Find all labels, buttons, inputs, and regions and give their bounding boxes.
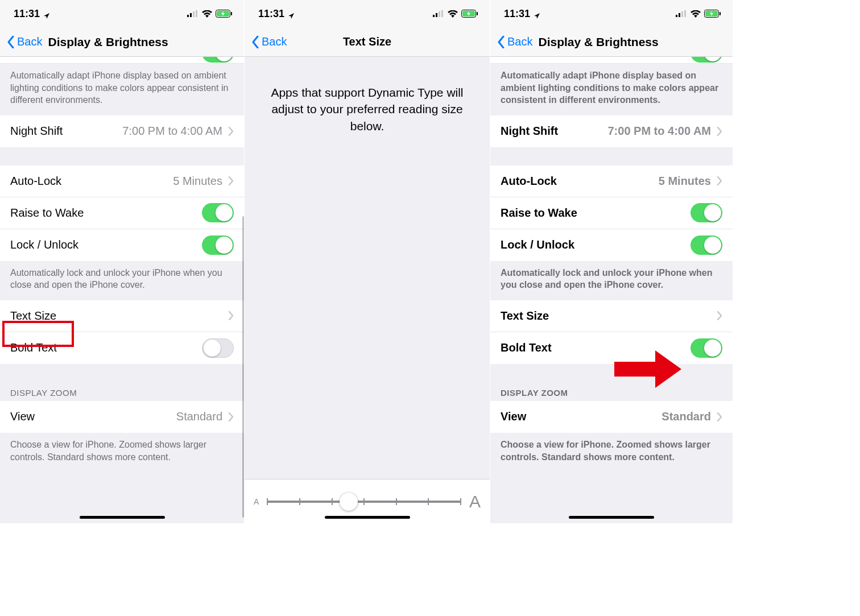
wifi-icon bbox=[691, 10, 701, 18]
true-tone-toggle[interactable] bbox=[202, 57, 234, 63]
page-title: Text Size bbox=[343, 35, 391, 48]
page-title: Display & Brightness bbox=[538, 35, 658, 49]
svg-rect-9 bbox=[439, 11, 440, 17]
bold-text-toggle[interactable] bbox=[691, 338, 722, 358]
status-bar: 11:31 bbox=[490, 0, 733, 27]
large-a-icon: A bbox=[469, 492, 481, 511]
chevron-right-icon bbox=[717, 311, 722, 320]
text-size-row[interactable]: Text Size bbox=[0, 300, 244, 332]
raise-to-wake-toggle[interactable] bbox=[691, 203, 722, 222]
screenshot-pane-3: 11:31 Back Display & Brightness bbox=[490, 0, 733, 523]
text-size-label: Text Size bbox=[501, 309, 549, 323]
back-label: Back bbox=[262, 35, 287, 48]
lock-unlock-toggle[interactable] bbox=[202, 235, 234, 255]
back-label: Back bbox=[17, 35, 42, 48]
bold-text-row: Bold Text bbox=[490, 332, 733, 364]
view-row[interactable]: View Standard bbox=[0, 401, 244, 433]
home-indicator[interactable] bbox=[80, 516, 165, 519]
svg-rect-14 bbox=[676, 15, 677, 17]
true-tone-footer: Automatically adapt iPhone display based… bbox=[490, 64, 733, 115]
display-zoom-header: DISPLAY ZOOM bbox=[490, 382, 733, 401]
back-label: Back bbox=[507, 35, 532, 48]
back-button[interactable]: Back bbox=[497, 35, 532, 48]
svg-rect-7 bbox=[433, 15, 435, 17]
view-row[interactable]: View Standard bbox=[490, 401, 733, 433]
home-indicator[interactable] bbox=[325, 516, 410, 519]
auto-lock-value: 5 Minutes bbox=[173, 175, 222, 188]
view-label: View bbox=[10, 410, 35, 423]
battery-charging-icon bbox=[216, 10, 233, 18]
svg-rect-8 bbox=[436, 13, 437, 17]
lock-unlock-toggle[interactable] bbox=[691, 235, 722, 255]
chevron-right-icon bbox=[717, 412, 722, 421]
view-value: Standard bbox=[661, 410, 711, 423]
bold-text-label: Bold Text bbox=[501, 341, 552, 354]
true-tone-row-partial bbox=[490, 57, 733, 64]
nav-header: Back Display & Brightness bbox=[0, 27, 244, 57]
wifi-icon bbox=[448, 10, 458, 18]
back-button[interactable]: Back bbox=[7, 35, 42, 48]
svg-rect-17 bbox=[684, 10, 686, 17]
night-shift-row[interactable]: Night Shift 7:00 PM to 4:00 AM bbox=[490, 115, 733, 147]
raise-to-wake-row: Raise to Wake bbox=[490, 197, 733, 229]
screenshot-pane-1: 11:31 Back Display & Brightness bbox=[0, 0, 245, 523]
chevron-left-icon bbox=[497, 36, 505, 48]
svg-rect-3 bbox=[196, 10, 197, 17]
svg-rect-20 bbox=[720, 12, 721, 15]
night-shift-label: Night Shift bbox=[10, 125, 63, 138]
status-bar: 11:31 bbox=[245, 0, 490, 27]
battery-charging-icon bbox=[461, 10, 478, 18]
svg-rect-15 bbox=[679, 13, 680, 17]
chevron-left-icon bbox=[7, 36, 15, 48]
true-tone-footer: Automatically adapt iPhone display based… bbox=[0, 64, 244, 115]
lock-unlock-footer: Automatically lock and unlock your iPhon… bbox=[0, 261, 244, 300]
auto-lock-row[interactable]: Auto-Lock 5 Minutes bbox=[490, 166, 733, 197]
chevron-right-icon bbox=[228, 412, 234, 421]
view-footer: Choose a view for iPhone. Zoomed shows l… bbox=[490, 433, 733, 472]
scroll-indicator[interactable] bbox=[242, 216, 244, 518]
lock-unlock-footer: Automatically lock and unlock your iPhon… bbox=[490, 261, 733, 300]
night-shift-row[interactable]: Night Shift 7:00 PM to 4:00 AM bbox=[0, 115, 244, 147]
auto-lock-row[interactable]: Auto-Lock 5 Minutes bbox=[0, 166, 244, 197]
lock-unlock-label: Lock / Unlock bbox=[501, 238, 574, 251]
dynamic-type-message: Apps that support Dynamic Type will adju… bbox=[245, 57, 490, 134]
auto-lock-label: Auto-Lock bbox=[501, 175, 557, 188]
chevron-right-icon bbox=[717, 176, 722, 185]
svg-rect-1 bbox=[190, 13, 192, 17]
chevron-right-icon bbox=[717, 127, 722, 136]
raise-to-wake-label: Raise to Wake bbox=[10, 206, 84, 220]
signal-icon bbox=[187, 10, 199, 17]
text-size-label: Text Size bbox=[10, 309, 56, 323]
svg-rect-16 bbox=[681, 11, 683, 17]
view-value: Standard bbox=[176, 410, 222, 423]
status-time: 11:31 bbox=[14, 8, 40, 20]
text-size-slider[interactable] bbox=[267, 501, 461, 503]
lock-unlock-row: Lock / Unlock bbox=[490, 229, 733, 261]
nav-header: Back Display & Brightness bbox=[490, 27, 733, 57]
signal-icon bbox=[433, 10, 444, 17]
signal-icon bbox=[676, 10, 687, 17]
wifi-icon bbox=[202, 10, 212, 18]
night-shift-value: 7:00 PM to 4:00 AM bbox=[607, 125, 711, 138]
auto-lock-value: 5 Minutes bbox=[659, 175, 711, 188]
slider-thumb[interactable] bbox=[340, 493, 358, 511]
location-icon bbox=[43, 10, 50, 17]
back-button[interactable]: Back bbox=[251, 35, 287, 48]
text-size-content: Apps that support Dynamic Type will adju… bbox=[245, 57, 490, 523]
view-label: View bbox=[501, 410, 526, 423]
lock-unlock-label: Lock / Unlock bbox=[10, 238, 78, 251]
home-indicator[interactable] bbox=[569, 516, 654, 519]
chevron-right-icon bbox=[228, 127, 234, 136]
true-tone-toggle[interactable] bbox=[691, 57, 722, 63]
night-shift-label: Night Shift bbox=[501, 125, 558, 138]
raise-to-wake-row: Raise to Wake bbox=[0, 197, 244, 229]
raise-to-wake-toggle[interactable] bbox=[202, 203, 234, 222]
bold-text-toggle[interactable] bbox=[202, 338, 234, 358]
small-a-icon: A bbox=[254, 497, 259, 506]
status-time: 11:31 bbox=[504, 8, 530, 20]
battery-charging-icon bbox=[704, 10, 721, 18]
settings-content: Automatically adapt iPhone display based… bbox=[0, 57, 244, 523]
svg-rect-2 bbox=[193, 11, 195, 17]
nav-header: Back Text Size bbox=[245, 27, 490, 57]
text-size-row[interactable]: Text Size bbox=[490, 300, 733, 332]
